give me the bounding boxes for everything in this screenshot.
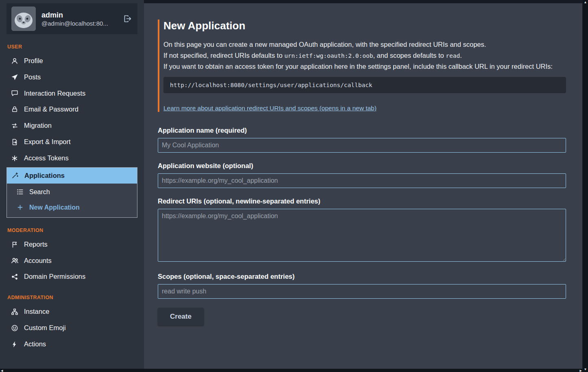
user-name: admin bbox=[41, 11, 116, 20]
scopes-label: Scopes (optional, space-separated entrie… bbox=[158, 273, 566, 280]
user-meta: admin @admin@localhost:80... bbox=[41, 11, 116, 27]
intro-line-2-text-a: If not specified, redirect URIs defaults… bbox=[163, 52, 284, 59]
application-website-input[interactable] bbox=[158, 173, 566, 188]
horizontal-scrollbar[interactable]: ◀ ▶ bbox=[0, 369, 583, 372]
sidebar-item-label: New Application bbox=[29, 204, 80, 211]
page-title: New Application bbox=[163, 20, 566, 32]
vertical-scrollbar[interactable]: ▲ ▼ bbox=[583, 0, 588, 372]
intro-line-3: If you want to obtain an access token fo… bbox=[163, 61, 566, 72]
scopes-input[interactable] bbox=[158, 284, 566, 299]
sidebar-item-label: Interaction Requests bbox=[24, 90, 85, 98]
sidebar-item-custom-emoji[interactable]: Custom Emoji bbox=[7, 320, 137, 336]
sidebar-item-new-application[interactable]: New Application bbox=[7, 200, 137, 215]
scroll-right-arrow-icon[interactable]: ▶ bbox=[580, 369, 582, 372]
user-icon bbox=[11, 57, 19, 65]
user-card[interactable]: admin @admin@localhost:80... bbox=[7, 3, 137, 34]
sidebar-item-domain-permissions[interactable]: Domain Permissions bbox=[7, 269, 137, 285]
sidebar-item-reports[interactable]: Reports bbox=[7, 236, 137, 253]
asterisk-icon bbox=[11, 155, 19, 162]
sitemap-icon bbox=[11, 308, 19, 315]
sidebar-item-access-tokens[interactable]: Access Tokens bbox=[7, 150, 137, 166]
avatar bbox=[11, 7, 36, 31]
smile-icon bbox=[11, 324, 19, 332]
sign-out-icon[interactable] bbox=[124, 14, 132, 23]
swap-arrows-icon bbox=[11, 122, 19, 129]
user-handle: @admin@localhost:80... bbox=[41, 20, 113, 27]
redirect-uris-textarea[interactable] bbox=[158, 209, 566, 262]
intro-line-2-text-c: . bbox=[460, 52, 462, 59]
app-window: admin @admin@localhost:80... USER Profil… bbox=[0, 0, 588, 372]
redirect-uris-label: Redirect URIs (optional, newline-separat… bbox=[158, 197, 566, 205]
applications-menu-block: Applications Search New Application bbox=[7, 167, 137, 218]
sidebar: admin @admin@localhost:80... USER Profil… bbox=[0, 0, 144, 372]
application-name-field-group: Application name (required) bbox=[158, 127, 566, 153]
users-icon bbox=[11, 257, 19, 265]
sidebar-item-label: Migration bbox=[24, 122, 52, 130]
lock-icon bbox=[11, 106, 19, 113]
sidebar-item-label: Custom Emoji bbox=[24, 324, 66, 332]
application-name-label: Application name (required) bbox=[158, 127, 566, 134]
sidebar-item-search[interactable]: Search bbox=[7, 184, 137, 199]
comment-icon bbox=[11, 90, 19, 97]
share-nodes-icon bbox=[11, 273, 19, 280]
file-export-icon bbox=[11, 138, 19, 146]
sidebar-item-accounts[interactable]: Accounts bbox=[7, 253, 137, 269]
sidebar-item-label: Reports bbox=[24, 241, 48, 249]
sidebar-item-label: Export & Import bbox=[24, 138, 71, 146]
sidebar-item-posts[interactable]: Posts bbox=[7, 69, 137, 85]
inline-code-oob: urn:ietf:wg:oauth:2.0:oob bbox=[284, 53, 373, 59]
sidebar-item-label: Posts bbox=[24, 73, 41, 81]
sidebar-item-email-password[interactable]: Email & Password bbox=[7, 101, 137, 118]
paper-plane-icon bbox=[11, 74, 19, 81]
bolt-icon bbox=[11, 341, 19, 348]
plus-icon bbox=[16, 204, 24, 211]
sidebar-item-label: Search bbox=[29, 188, 50, 196]
sidebar-item-label: Access Tokens bbox=[24, 154, 69, 162]
sidebar-item-applications[interactable]: Applications bbox=[7, 168, 137, 184]
create-button[interactable]: Create bbox=[158, 308, 204, 326]
redirect-uris-field-group: Redirect URIs (optional, newline-separat… bbox=[158, 197, 566, 263]
application-name-input[interactable] bbox=[158, 138, 566, 153]
scroll-up-arrow-icon[interactable]: ▲ bbox=[584, 1, 587, 4]
sidebar-item-export-import[interactable]: Export & Import bbox=[7, 134, 137, 150]
application-website-field-group: Application website (optional) bbox=[158, 162, 566, 188]
sidebar-item-label: Email & Password bbox=[24, 105, 78, 114]
sidebar-item-label: Instance bbox=[24, 308, 49, 316]
section-label-administration: ADMINISTRATION bbox=[7, 295, 137, 300]
intro-section: New Application On this page you can cre… bbox=[158, 20, 566, 112]
scopes-field-group: Scopes (optional, space-separated entrie… bbox=[158, 273, 566, 299]
scroll-left-arrow-icon[interactable]: ◀ bbox=[1, 369, 3, 372]
new-application-form: Application name (required) Application … bbox=[158, 127, 566, 326]
list-icon bbox=[16, 188, 24, 195]
inline-code-read: read bbox=[446, 53, 460, 59]
flag-icon bbox=[11, 241, 19, 248]
application-website-label: Application website (optional) bbox=[158, 162, 566, 170]
sidebar-item-label: Actions bbox=[24, 340, 46, 348]
section-label-moderation: MODERATION bbox=[7, 228, 137, 233]
callback-url-codeblock: http://localhost:8080/settings/user/appl… bbox=[163, 77, 566, 93]
sidebar-item-instance[interactable]: Instance bbox=[7, 304, 137, 320]
intro-line-2-text-b: , and scopes defaults to bbox=[373, 52, 446, 59]
sidebar-item-label: Accounts bbox=[24, 257, 52, 265]
sidebar-item-profile[interactable]: Profile bbox=[7, 53, 137, 69]
magic-wand-icon bbox=[11, 172, 19, 179]
sidebar-item-actions[interactable]: Actions bbox=[7, 336, 137, 352]
sidebar-item-label: Profile bbox=[24, 57, 43, 65]
sidebar-item-label: Applications bbox=[24, 172, 65, 180]
sidebar-item-interaction-requests[interactable]: Interaction Requests bbox=[7, 85, 137, 102]
main-panel: New Application On this page you can cre… bbox=[144, 3, 582, 372]
intro-line-2: If not specified, redirect URIs defaults… bbox=[163, 50, 566, 61]
redirect-uris-docs-link[interactable]: Learn more about application redirect UR… bbox=[163, 105, 377, 112]
sidebar-item-label: Domain Permissions bbox=[24, 273, 85, 281]
scroll-down-arrow-icon[interactable]: ▼ bbox=[584, 368, 587, 371]
section-label-user: USER bbox=[7, 44, 137, 50]
applications-submenu: Search New Application bbox=[7, 184, 137, 217]
sidebar-item-migration[interactable]: Migration bbox=[7, 118, 137, 134]
intro-line-1: On this page you can create a new manage… bbox=[163, 39, 566, 50]
